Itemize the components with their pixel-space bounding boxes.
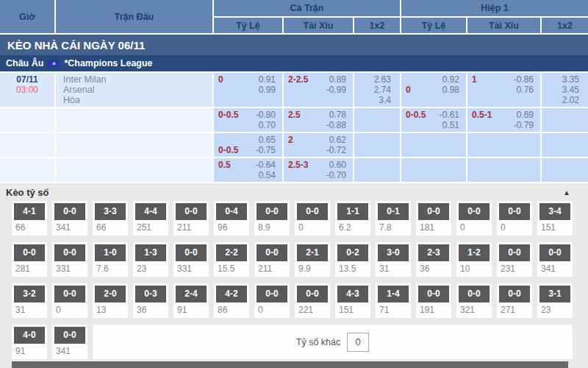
odds-cell[interactable]: 2.5-30.60-0.70 [283, 158, 354, 183]
odds-line: 0.5-10.69 [467, 110, 540, 120]
odds-cell[interactable] [354, 158, 401, 183]
score-odds-cell[interactable]: 2-013 [93, 283, 128, 318]
league-bar[interactable]: Châu Âu ✶ *Champions League [0, 55, 588, 71]
score-odds-cell[interactable]: 1-471 [376, 283, 411, 318]
score-odds-cell[interactable]: 0-0211 [173, 201, 209, 236]
score-odds-value: 23 [133, 263, 168, 277]
handicap-value: 2-2.5 [288, 74, 308, 85]
odds-cell[interactable] [541, 107, 588, 132]
odds-cell[interactable] [541, 158, 588, 183]
score-odds-cell[interactable]: 0-00 [295, 201, 330, 236]
header-cell-ft-1x2: 1x2 [354, 17, 401, 34]
odds-value: 0.78 [329, 110, 346, 120]
score-odds-cell[interactable]: 0-0331 [173, 242, 209, 277]
score-odds-cell[interactable]: 0-0221 [295, 283, 330, 318]
score-label: 4-3 [337, 286, 368, 302]
score-odds-cell[interactable]: 0-0341 [52, 325, 87, 359]
header-cell-tran-dau: Trận Đấu [55, 0, 213, 34]
score-odds-cell[interactable]: 0-213.5 [335, 242, 370, 277]
other-score-panel: Tỷ số khác [93, 325, 573, 359]
odds-cell[interactable]: 0.650-0.5-0.75 [213, 132, 283, 158]
score-odds-value: 71 [376, 304, 411, 318]
score-odds-cell[interactable]: 1-07.6 [93, 242, 128, 277]
odds-cell[interactable]: 3.353.452.02 [541, 72, 588, 107]
score-odds-cell[interactable]: 4-4251 [133, 201, 168, 236]
score-odds-cell[interactable]: 3-031 [376, 242, 411, 277]
score-odds-cell[interactable]: 4-286 [214, 283, 249, 318]
score-odds-value: 231 [497, 263, 532, 277]
score-odds-cell[interactable]: 0-0341 [52, 201, 87, 236]
score-odds-cell[interactable]: 0-0211 [254, 242, 290, 277]
odds-cell[interactable]: 2.50.78-0.88 [283, 107, 354, 132]
odds-cell[interactable] [467, 158, 541, 183]
score-odds-cell[interactable]: 0-00 [456, 201, 492, 236]
score-odds-cell[interactable]: 3-231 [12, 283, 47, 318]
score-label: 0-0 [499, 244, 530, 261]
odds-cell[interactable]: 0.9200.98 [401, 72, 467, 107]
score-odds-cell[interactable]: 0-336 [133, 283, 168, 318]
score-odds-cell[interactable]: 0-17.8 [376, 201, 411, 236]
score-odds-value: 86 [214, 304, 249, 318]
other-score-input[interactable] [347, 333, 369, 352]
score-odds-cell[interactable]: 0-00 [52, 283, 87, 318]
score-odds-value: 331 [173, 263, 209, 277]
score-label: 0-4 [216, 203, 247, 220]
odds-cell[interactable] [401, 158, 467, 183]
score-odds-cell[interactable]: 4-091 [12, 325, 47, 359]
score-odds-cell[interactable]: 3-366 [93, 201, 128, 236]
odds-cell[interactable]: 2-2.50.89-0.99 [283, 72, 354, 107]
score-odds-cell[interactable]: 4-166 [12, 201, 47, 236]
score-odds-cell[interactable]: 3-4151 [537, 201, 573, 236]
odds-cell[interactable]: 00.910.99 [213, 72, 283, 107]
odds-cell[interactable]: 0-0.5-0.800.70 [213, 107, 283, 132]
score-odds-cell[interactable]: 0-0321 [456, 283, 492, 318]
score-odds-cell[interactable]: 2-19.9 [295, 242, 330, 277]
odds-line: 0-0.5-0.61 [401, 110, 466, 120]
score-odds-cell[interactable]: 2-215.5 [214, 242, 249, 277]
score-odds-cell[interactable]: 0-00 [497, 201, 532, 236]
odds-value: 0.69 [517, 110, 534, 120]
score-odds-cell[interactable]: 0-0181 [416, 201, 451, 236]
score-odds-cell[interactable]: 0-496 [214, 201, 249, 236]
odds-cell[interactable]: 0.5-10.69-0.79 [467, 107, 541, 132]
score-odds-cell[interactable]: 0-00 [254, 283, 290, 318]
score-odds-cell[interactable]: 2-491 [173, 283, 209, 318]
odds-cell[interactable]: 0-0.5-0.610.51 [401, 107, 467, 132]
odds-value: 0.54 [259, 170, 276, 180]
score-odds-cell[interactable]: 2-336 [416, 242, 451, 277]
score-odds-cell[interactable]: 3-123 [537, 283, 573, 318]
score-odds-cell[interactable]: 1-210 [456, 242, 492, 277]
odds-cell[interactable]: 2.632.743.4 [354, 72, 401, 107]
odds-cell[interactable] [401, 132, 467, 158]
score-odds-cell[interactable]: 0-0281 [12, 242, 47, 277]
score-odds-cell[interactable]: 0-0191 [416, 283, 451, 318]
match-time: 03:00 [0, 85, 54, 95]
score-odds-value: 91 [173, 304, 209, 318]
score-odds-cell[interactable]: 0-0231 [497, 242, 532, 277]
score-odds-cell[interactable]: 4-3151 [335, 283, 370, 318]
score-odds-cell[interactable]: 0-0331 [52, 242, 87, 277]
score-odds-cell[interactable]: 0-08.9 [254, 201, 290, 236]
score-odds-cell[interactable]: 1-323 [133, 242, 168, 277]
collapse-icon[interactable]: ▲ [563, 188, 570, 197]
odds-line: 2.5-30.60 [284, 160, 353, 170]
score-odds-cell[interactable]: 1-16.2 [335, 201, 370, 236]
score-label: 2-3 [418, 244, 449, 261]
odds-cell[interactable] [354, 107, 401, 132]
score-section: Kèo tỷ số ▲ 4-1660-03413-3664-42510-0211… [0, 183, 588, 368]
score-odds-value: 8.9 [254, 222, 290, 236]
score-odds-cell[interactable]: 0-0271 [497, 283, 532, 318]
odds-cell[interactable] [541, 132, 588, 158]
odds-cell[interactable] [354, 132, 401, 158]
odds-cell[interactable]: 1-0.860.76 [467, 72, 541, 107]
score-label: 3-0 [378, 244, 409, 261]
odds-cell[interactable]: 20.62-0.72 [283, 132, 354, 158]
odds-cell[interactable] [467, 132, 541, 158]
odds-value: 0.99 [259, 85, 276, 95]
eu-flag-icon: ✶ [48, 60, 60, 68]
odds-value: -0.79 [514, 120, 534, 130]
match-time-cell: 07/1103:00 [0, 72, 55, 107]
score-odds-value: 0 [497, 222, 532, 236]
odds-cell[interactable]: 0.5-0.640.54 [213, 158, 283, 183]
score-odds-cell[interactable]: 0-0341 [537, 242, 573, 277]
